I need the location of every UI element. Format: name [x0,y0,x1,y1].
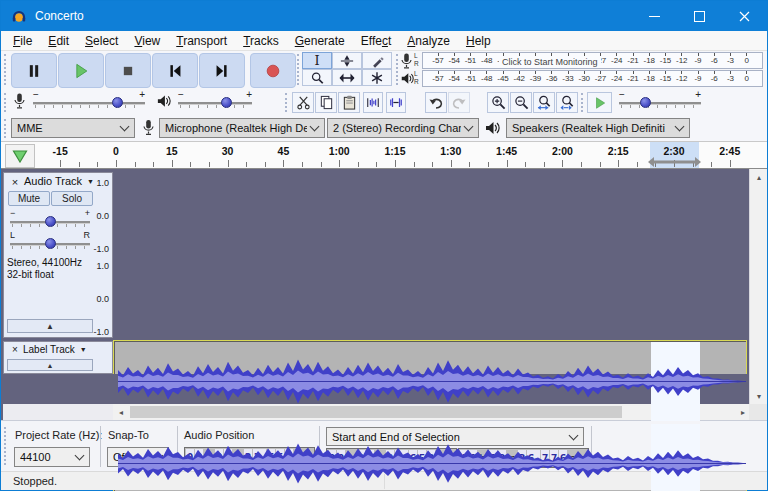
silence-audio-button[interactable] [386,92,406,113]
play-at-speed-button[interactable] [587,92,612,113]
draw-tool-button[interactable] [362,52,392,69]
slider-max-label: + [246,89,252,100]
timeline-ruler[interactable]: -1501530451:001:151:301:452:002:152:302:… [1,141,767,169]
redo-button[interactable] [448,92,470,113]
label-track-title-menu[interactable]: Label Track▼ [23,344,87,355]
undo-button[interactable] [425,92,447,113]
toolbar-grip[interactable] [4,119,8,138]
pause-button[interactable] [11,53,57,88]
input-device-value: Microphone (Realtek High Defini [165,122,307,134]
menu-item-effect[interactable]: Effect [353,31,399,51]
selection-tool-button[interactable]: I [302,52,332,69]
ruler-time-label: 1:30 [436,145,466,157]
toolbar-grip[interactable] [285,93,289,112]
meter-tick: -9 [691,71,705,84]
toolbar-grip[interactable] [581,93,585,112]
menu-item-file[interactable]: File [5,31,40,51]
record-volume-slider[interactable]: −+ [31,90,147,112]
trim-audio-button[interactable] [363,92,383,113]
mute-button[interactable]: Mute [8,191,50,206]
output-device-select[interactable]: Speakers (Realtek High Definiti [506,118,690,138]
gain-slider[interactable]: − + [8,209,92,229]
ruler-tick [283,160,284,167]
menu-item-help[interactable]: Help [458,31,499,51]
playback-volume-slider[interactable]: −+ [176,90,254,112]
menu-item-tracks[interactable]: Tracks [235,31,287,51]
audio-track-close-button[interactable]: × [7,175,23,190]
zoom-fit-button[interactable] [556,92,578,113]
recording-meter[interactable]: -57-54-51-48-45-42-39-36-33-30-27-24-21-… [422,52,763,69]
playback-meter[interactable]: -57-54-51-48-45-42-39-36-33-30-27-24-21-… [422,70,763,87]
maximize-button[interactable] [677,1,722,31]
label-track-close-button[interactable]: × [7,343,23,358]
skip-to-start-button[interactable] [152,53,198,88]
toolbar-grip[interactable] [4,93,8,112]
zoom-out-button[interactable] [510,92,532,113]
menu-item-generate[interactable]: Generate [287,31,353,51]
toolbar-grip[interactable] [4,427,8,465]
ruler-time-label: 2:30 [659,145,689,157]
ruler-time-label: 2:00 [547,145,577,157]
selection-drag-handle[interactable] [648,157,701,167]
input-device-select[interactable]: Microphone (Realtek High Defini [159,118,325,138]
audio-host-select[interactable]: MME [11,118,135,138]
minimize-button[interactable] [632,1,677,31]
close-button[interactable] [722,1,767,31]
recording-meter-overlay[interactable]: Click to Start Monitoring [499,57,601,67]
toolbar-grip[interactable] [297,54,301,85]
play-speed-slider[interactable]: −+ [617,90,703,112]
paste-button[interactable] [338,92,360,113]
zoom-in-icon [491,95,506,110]
meter-tick: -48 [480,71,494,84]
copy-button[interactable] [315,92,337,113]
skip-to-end-button[interactable] [199,53,245,88]
menu-item-select[interactable]: Select [77,31,126,51]
cut-button[interactable] [292,92,314,113]
audio-track-title-menu[interactable]: Audio Track▼ [24,175,94,187]
zoom-in-button[interactable] [487,92,509,113]
stop-button[interactable] [105,53,151,88]
play-button[interactable] [58,53,104,88]
toolbar-grip[interactable] [4,54,8,85]
label-track-collapse-button[interactable]: ▲ [7,359,93,371]
ruler-tick [246,162,247,167]
scrollbar-corner [749,404,767,420]
meter-tick: -57 [431,53,445,66]
title-bar[interactable]: Concerto [1,1,767,31]
menu-item-transport[interactable]: Transport [168,31,235,51]
ruler-scale[interactable]: -1501530451:001:151:301:452:002:152:302:… [1,142,767,168]
ruler-time-label: 1:45 [492,145,522,157]
waveform-channel-left[interactable] [115,342,746,421]
playback-volume-thumb[interactable] [221,97,232,108]
ruler-tick [321,162,322,167]
menu-item-edit[interactable]: Edit [40,31,77,51]
zoom-selection-button[interactable] [533,92,555,113]
audio-track-waveform[interactable] [113,340,747,491]
gain-thumb[interactable] [45,216,56,227]
copy-icon [319,95,334,110]
envelope-tool-button[interactable] [332,52,362,69]
timeshift-tool-button[interactable] [332,69,362,86]
slider-ticks [180,105,250,108]
record-volume-thumb[interactable] [112,97,123,108]
menu-item-view[interactable]: View [126,31,168,51]
record-button[interactable] [250,53,296,88]
pan-slider[interactable]: L R [8,231,92,251]
menu-item-analyze[interactable]: Analyze [399,31,458,51]
input-channels-select[interactable]: 2 (Stereo) Recording Channels [327,118,479,138]
multi-tool-button[interactable] [362,69,392,86]
vertical-scrollbar[interactable]: ▴ ▾ [749,169,767,404]
ruler-time-label: 2:45 [715,145,745,157]
meter-tick: -21 [626,71,640,84]
scroll-up-arrow[interactable]: ▴ [751,169,767,185]
meter-tick: -24 [610,53,624,66]
solo-button[interactable]: Solo [51,191,93,206]
meter-tick: 0 [740,53,754,66]
scroll-down-arrow[interactable]: ▾ [751,388,767,404]
project-rate-select[interactable]: 44100 [14,447,90,467]
waveform-channel-right[interactable] [115,424,746,491]
pan-thumb[interactable] [45,238,56,249]
audio-track-collapse-button[interactable]: ▲ [7,319,93,333]
slider-ticks [621,105,699,108]
zoom-tool-button[interactable] [302,69,332,86]
